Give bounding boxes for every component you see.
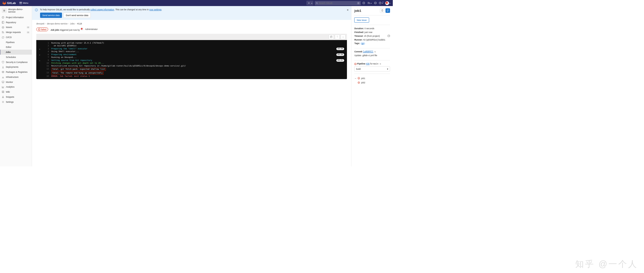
job-title: job1 — [354, 9, 361, 13]
sidebar-item-repository[interactable]: Repository — [0, 20, 32, 25]
sidebar-item-pipelines[interactable]: Pipelines — [0, 40, 32, 45]
sidebar-item-label: Analytics — [6, 86, 30, 88]
issues-nav-icon[interactable] — [363, 2, 365, 4]
search-box[interactable]: / — [315, 1, 361, 5]
sidebar-item-editor[interactable]: Editor — [0, 45, 32, 50]
pipeline-id-link[interactable]: #35 — [366, 62, 369, 65]
hamburger-icon — [19, 2, 22, 4]
runner-row: Runner: #2 (q5S6RSzz) build01 — [354, 39, 390, 41]
collect-usage-link[interactable]: collect usage information — [90, 8, 114, 11]
svg-point-17 — [2, 31, 3, 32]
main-content: i To help improve GitLab, we would like … — [32, 6, 351, 166]
top-navbar: GitLab Menu ＋ ▾ / ▾ ?▾ ▾ — [0, 0, 393, 6]
scroll-bottom-button[interactable] — [341, 35, 346, 40]
breadcrumb-part[interactable]: devops6 — [36, 22, 44, 25]
breadcrumb-part[interactable]: devops-demo-service — [47, 22, 68, 25]
shield-icon — [2, 61, 4, 63]
log-line: 2 on build01 q5S6RSzz — [36, 44, 347, 47]
svg-point-18 — [2, 32, 3, 33]
settings-icon — [2, 101, 4, 103]
failed-icon: ✕ — [38, 28, 40, 30]
collapse-section-icon[interactable]: ⌄ — [38, 48, 41, 50]
issues-icon — [2, 26, 4, 29]
sidebar-item-settings[interactable]: Settings — [0, 99, 32, 105]
triggered-by-user[interactable]: Administrator — [80, 27, 98, 31]
todos-nav-icon[interactable] — [374, 2, 377, 4]
project-avatar: D — [2, 8, 7, 13]
alert-text: To help improve GitLab, we would like to… — [40, 8, 162, 11]
related-job-job2[interactable]: ✕job2 — [354, 80, 390, 85]
raw-log-button[interactable] — [329, 35, 334, 40]
project-sidebar: D devops-demo-service Project informatio… — [0, 6, 32, 166]
status-badge-failed: ✕ failed — [36, 27, 48, 31]
wiki-icon — [2, 91, 4, 93]
svg-point-19 — [3, 32, 4, 33]
sidebar-item-label: Packages & Registries — [6, 71, 30, 73]
menu-button[interactable]: Menu — [18, 1, 30, 5]
sidebar-item-label: Settings — [6, 101, 30, 103]
erase-job-button[interactable] — [380, 8, 384, 13]
help-nav-icon[interactable]: ?▾ — [379, 2, 383, 4]
breadcrumb-part[interactable]: Jobs — [70, 22, 75, 25]
sidebar-item-snippets[interactable]: Snippets — [0, 94, 32, 99]
dont-send-button[interactable]: Don't send service data — [63, 13, 91, 18]
svg-point-15 — [2, 26, 4, 28]
deploy-icon — [2, 66, 4, 69]
sidebar-item-label: Monitor — [6, 81, 30, 83]
sidebar-item-label: CI/CD — [6, 36, 30, 39]
create-new-dropdown[interactable]: ＋ ▾ — [306, 1, 313, 5]
copy-commit-icon[interactable]: ⧉ — [374, 51, 376, 53]
project-header[interactable]: D devops-demo-service — [0, 6, 32, 15]
menu-label: Menu — [23, 2, 28, 4]
sidebar-item-security-compliance[interactable]: Security & Compliance — [0, 60, 32, 65]
current-job-arrow-icon: → — [354, 77, 357, 80]
section-duration: 00:01 — [336, 59, 344, 62]
log-line: 12fatal: git fetch-pack: expected shallo… — [36, 67, 347, 71]
sidebar-item-project-information[interactable]: Project information — [0, 15, 32, 20]
commit-sha-link[interactable]: 1a868921 — [363, 50, 373, 53]
count-badge: 0 — [26, 31, 30, 33]
merge-requests-nav-icon[interactable]: ▾ — [368, 2, 372, 4]
sidebar-item-jobs[interactable]: Jobs — [0, 50, 32, 55]
new-issue-button[interactable]: New issue — [354, 17, 369, 23]
copy-branch-icon[interactable]: ⧉ — [380, 63, 381, 65]
related-job-job1[interactable]: →✕job1 — [354, 76, 390, 80]
job-header: ✕ failed Job job1 triggered just now by … — [36, 27, 347, 31]
sidebar-item-wiki[interactable]: Wiki — [0, 89, 32, 94]
sidebar-item-deployments[interactable]: Deployments — [0, 65, 32, 70]
tags-row: Tags: go — [354, 42, 390, 45]
user-menu[interactable]: ▾ — [385, 1, 390, 5]
sidebar-item-label: Infrastructure — [6, 76, 30, 78]
log-toolbar — [36, 34, 347, 40]
scroll-top-button[interactable] — [335, 35, 340, 40]
sidebar-item-analytics[interactable]: Analytics — [0, 85, 32, 90]
sidebar-item-schedules[interactable]: Schedules — [0, 55, 32, 60]
svg-rect-20 — [2, 81, 4, 82]
log-line: 10Fetching changes with git depth set to… — [36, 62, 347, 64]
package-icon — [2, 71, 4, 73]
sidebar-item-packages-registries[interactable]: Packages & Registries — [0, 70, 32, 75]
your-settings-link[interactable]: your settings — [149, 8, 161, 11]
sidebar-item-issues[interactable]: Issues0 — [0, 25, 32, 30]
sidebar-item-monitor[interactable]: Monitor — [0, 80, 32, 85]
sidebar-item-ci-cd[interactable]: CI/CD — [0, 35, 32, 40]
job-log: 1Running with gitlab-runner 15.0.1 (7674… — [36, 40, 347, 79]
close-alert-icon[interactable]: × — [347, 8, 348, 12]
sidebar-item-label: Issues — [6, 26, 26, 28]
sidebar-item-merge-requests[interactable]: Merge requests0 — [0, 30, 32, 35]
stage-dropdown[interactable]: build ▾ — [354, 66, 390, 72]
svg-point-24 — [3, 97, 4, 98]
retry-job-button[interactable] — [385, 8, 390, 13]
gitlab-logo[interactable]: GitLab — [3, 1, 16, 5]
job-sidebar: job1 New issue Duration: 0 seconds Finis… — [351, 6, 393, 166]
chevron-down-icon: ▾ — [387, 68, 388, 70]
collapse-section-icon[interactable]: ⌄ — [38, 53, 41, 56]
breadcrumb: devops6›devops-demo-service›Jobs›#118 — [36, 22, 347, 25]
snippets-icon — [2, 96, 4, 98]
send-service-data-button[interactable]: Send service data — [40, 13, 62, 18]
timeout-help-icon[interactable]: ? — [388, 35, 390, 37]
search-input[interactable] — [319, 2, 357, 4]
log-line: 13fatal: The remote end hung up unexpect… — [36, 71, 347, 75]
collapse-section-icon[interactable]: ⌄ — [38, 59, 41, 61]
sidebar-item-infrastructure[interactable]: Infrastructure — [0, 75, 32, 80]
